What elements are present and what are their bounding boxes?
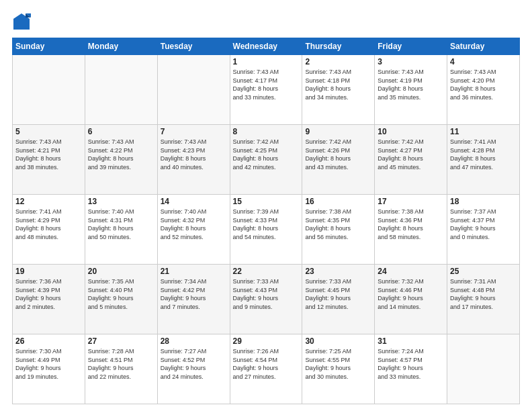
day-number: 4 [450,57,517,66]
day-number: 14 [161,197,227,206]
weekday-header-thursday: Thursday [302,38,375,55]
day-info: Sunrise: 7:42 AM Sunset: 4:25 PM Dayligh… [233,138,300,171]
calendar-cell [85,55,157,125]
calendar-table: SundayMondayTuesdayWednesdayThursdayFrid… [12,38,520,404]
day-info: Sunrise: 7:43 AM Sunset: 4:20 PM Dayligh… [450,68,517,101]
day-number: 20 [88,267,154,276]
weekday-header-row: SundayMondayTuesdayWednesdayThursdayFrid… [13,38,520,55]
day-info: Sunrise: 7:43 AM Sunset: 4:21 PM Dayligh… [15,138,82,171]
day-info: Sunrise: 7:32 AM Sunset: 4:46 PM Dayligh… [378,277,444,311]
day-info: Sunrise: 7:37 AM Sunset: 4:37 PM Dayligh… [450,208,517,241]
day-number: 25 [450,267,517,276]
day-number: 6 [88,127,154,136]
logo-icon [12,12,31,31]
day-number: 3 [378,57,444,66]
calendar-cell: 19Sunrise: 7:36 AM Sunset: 4:39 PM Dayli… [13,265,85,334]
calendar-cell: 15Sunrise: 7:39 AM Sunset: 4:33 PM Dayli… [230,195,302,265]
calendar-cell: 13Sunrise: 7:40 AM Sunset: 4:31 PM Dayli… [85,195,157,265]
day-info: Sunrise: 7:43 AM Sunset: 4:23 PM Dayligh… [161,138,227,171]
calendar-cell: 3Sunrise: 7:43 AM Sunset: 4:19 PM Daylig… [375,55,447,125]
day-number: 16 [305,197,371,206]
day-number: 17 [378,197,444,206]
day-number: 15 [233,197,300,206]
day-number: 5 [15,127,82,136]
day-info: Sunrise: 7:35 AM Sunset: 4:40 PM Dayligh… [88,277,154,311]
day-number: 11 [450,127,517,136]
day-number: 26 [15,336,82,346]
day-info: Sunrise: 7:34 AM Sunset: 4:42 PM Dayligh… [161,277,227,311]
calendar-cell [13,55,85,125]
day-number: 30 [305,336,371,346]
day-number: 29 [233,336,300,346]
day-info: Sunrise: 7:36 AM Sunset: 4:39 PM Dayligh… [15,277,82,311]
weekday-header-tuesday: Tuesday [157,38,230,55]
calendar-cell: 29Sunrise: 7:26 AM Sunset: 4:54 PM Dayli… [230,334,302,404]
day-info: Sunrise: 7:42 AM Sunset: 4:26 PM Dayligh… [305,138,371,171]
calendar-cell: 16Sunrise: 7:38 AM Sunset: 4:35 PM Dayli… [302,195,375,265]
calendar-cell: 4Sunrise: 7:43 AM Sunset: 4:20 PM Daylig… [447,55,520,125]
day-info: Sunrise: 7:26 AM Sunset: 4:54 PM Dayligh… [233,347,300,381]
day-number: 2 [305,57,371,66]
day-info: Sunrise: 7:33 AM Sunset: 4:45 PM Dayligh… [305,277,371,311]
day-info: Sunrise: 7:38 AM Sunset: 4:35 PM Dayligh… [305,208,371,241]
calendar-cell: 22Sunrise: 7:33 AM Sunset: 4:43 PM Dayli… [230,265,302,334]
calendar-cell: 31Sunrise: 7:24 AM Sunset: 4:57 PM Dayli… [375,334,447,404]
calendar-cell: 12Sunrise: 7:41 AM Sunset: 4:29 PM Dayli… [13,195,85,265]
calendar-cell: 2Sunrise: 7:43 AM Sunset: 4:18 PM Daylig… [302,55,375,125]
calendar-week-row: 1Sunrise: 7:43 AM Sunset: 4:17 PM Daylig… [13,55,520,125]
day-info: Sunrise: 7:43 AM Sunset: 4:19 PM Dayligh… [378,68,444,101]
calendar-cell: 20Sunrise: 7:35 AM Sunset: 4:40 PM Dayli… [85,265,157,334]
day-number: 9 [305,127,371,136]
calendar-cell [447,334,520,404]
day-number: 24 [378,267,444,276]
weekday-header-sunday: Sunday [13,38,85,55]
weekday-header-wednesday: Wednesday [230,38,302,55]
day-number: 23 [305,267,371,276]
calendar-week-row: 26Sunrise: 7:30 AM Sunset: 4:49 PM Dayli… [13,334,520,404]
header [12,12,520,31]
day-number: 7 [161,127,227,136]
calendar-cell [157,55,230,125]
page: SundayMondayTuesdayWednesdayThursdayFrid… [0,0,532,411]
day-number: 13 [88,197,154,206]
day-number: 18 [450,197,517,206]
calendar-cell: 5Sunrise: 7:43 AM Sunset: 4:21 PM Daylig… [13,125,85,195]
calendar-cell: 26Sunrise: 7:30 AM Sunset: 4:49 PM Dayli… [13,334,85,404]
calendar-week-row: 19Sunrise: 7:36 AM Sunset: 4:39 PM Dayli… [13,265,520,334]
day-number: 12 [15,197,82,206]
day-info: Sunrise: 7:33 AM Sunset: 4:43 PM Dayligh… [233,277,300,311]
day-info: Sunrise: 7:40 AM Sunset: 4:32 PM Dayligh… [161,208,227,241]
day-info: Sunrise: 7:41 AM Sunset: 4:28 PM Dayligh… [450,138,517,171]
calendar-cell: 23Sunrise: 7:33 AM Sunset: 4:45 PM Dayli… [302,265,375,334]
day-info: Sunrise: 7:43 AM Sunset: 4:18 PM Dayligh… [305,68,371,101]
calendar-cell: 8Sunrise: 7:42 AM Sunset: 4:25 PM Daylig… [230,125,302,195]
day-info: Sunrise: 7:39 AM Sunset: 4:33 PM Dayligh… [233,208,300,241]
day-info: Sunrise: 7:30 AM Sunset: 4:49 PM Dayligh… [15,347,82,381]
day-info: Sunrise: 7:40 AM Sunset: 4:31 PM Dayligh… [88,208,154,241]
calendar-cell: 7Sunrise: 7:43 AM Sunset: 4:23 PM Daylig… [157,125,230,195]
day-info: Sunrise: 7:25 AM Sunset: 4:55 PM Dayligh… [305,347,371,381]
day-number: 10 [378,127,444,136]
calendar-cell: 10Sunrise: 7:42 AM Sunset: 4:27 PM Dayli… [375,125,447,195]
calendar-cell: 30Sunrise: 7:25 AM Sunset: 4:55 PM Dayli… [302,334,375,404]
day-info: Sunrise: 7:42 AM Sunset: 4:27 PM Dayligh… [378,138,444,171]
calendar-cell: 14Sunrise: 7:40 AM Sunset: 4:32 PM Dayli… [157,195,230,265]
logo [12,12,34,31]
calendar-cell: 11Sunrise: 7:41 AM Sunset: 4:28 PM Dayli… [447,125,520,195]
calendar-cell: 21Sunrise: 7:34 AM Sunset: 4:42 PM Dayli… [157,265,230,334]
calendar-cell: 6Sunrise: 7:43 AM Sunset: 4:22 PM Daylig… [85,125,157,195]
calendar-week-row: 12Sunrise: 7:41 AM Sunset: 4:29 PM Dayli… [13,195,520,265]
weekday-header-saturday: Saturday [447,38,520,55]
day-number: 22 [233,267,300,276]
day-number: 21 [161,267,227,276]
calendar-cell: 18Sunrise: 7:37 AM Sunset: 4:37 PM Dayli… [447,195,520,265]
calendar-cell: 24Sunrise: 7:32 AM Sunset: 4:46 PM Dayli… [375,265,447,334]
day-info: Sunrise: 7:24 AM Sunset: 4:57 PM Dayligh… [378,347,444,381]
calendar-cell: 25Sunrise: 7:31 AM Sunset: 4:48 PM Dayli… [447,265,520,334]
calendar-week-row: 5Sunrise: 7:43 AM Sunset: 4:21 PM Daylig… [13,125,520,195]
day-number: 31 [378,336,444,346]
calendar-cell: 27Sunrise: 7:28 AM Sunset: 4:51 PM Dayli… [85,334,157,404]
day-number: 19 [15,267,82,276]
day-info: Sunrise: 7:43 AM Sunset: 4:17 PM Dayligh… [233,68,300,101]
day-number: 28 [161,336,227,346]
